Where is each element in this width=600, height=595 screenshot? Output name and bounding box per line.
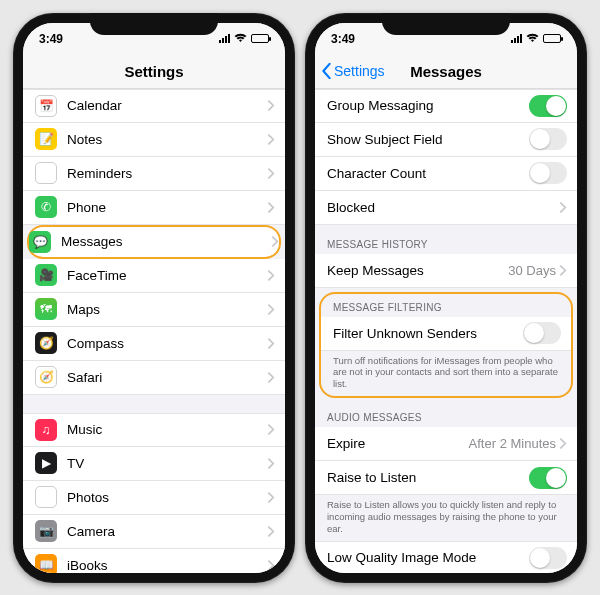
settings-row-facetime[interactable]: 🎥FaceTime bbox=[23, 259, 285, 293]
chevron-right-icon bbox=[560, 265, 567, 276]
row-expire[interactable]: Expire After 2 Minutes bbox=[315, 427, 577, 461]
label: Show Subject Field bbox=[327, 132, 529, 147]
chevron-right-icon bbox=[268, 492, 275, 503]
chevron-right-icon bbox=[268, 560, 275, 571]
messages-settings-list[interactable]: Group Messaging Show Subject Field Chara… bbox=[315, 89, 577, 573]
footer-filter-unknown: Turn off notifications for iMessages fro… bbox=[321, 351, 571, 397]
settings-row-maps[interactable]: 🗺Maps bbox=[23, 293, 285, 327]
label: Character Count bbox=[327, 166, 529, 181]
row-filter-unknown[interactable]: Filter Unknown Senders bbox=[321, 317, 571, 351]
messages-icon: 💬 bbox=[29, 231, 51, 253]
toggle-character-count[interactable] bbox=[529, 162, 567, 184]
notch bbox=[90, 13, 218, 35]
header-message-history: MESSAGE HISTORY bbox=[315, 225, 577, 254]
settings-row-label: FaceTime bbox=[67, 268, 268, 283]
screen-left: 3:49 Settings 📅Calendar📝Notes☑Reminders✆… bbox=[23, 23, 285, 573]
settings-row-compass[interactable]: 🧭Compass bbox=[23, 327, 285, 361]
notch bbox=[382, 13, 510, 35]
chevron-right-icon bbox=[268, 338, 275, 349]
row-keep-messages[interactable]: Keep Messages 30 Days bbox=[315, 254, 577, 288]
phone-frame-left: 3:49 Settings 📅Calendar📝Notes☑Reminders✆… bbox=[13, 13, 295, 583]
status-time: 3:49 bbox=[39, 32, 63, 46]
label: Raise to Listen bbox=[327, 470, 529, 485]
settings-row-label: Safari bbox=[67, 370, 268, 385]
chevron-right-icon bbox=[272, 236, 279, 247]
navbar-settings: Settings bbox=[23, 55, 285, 89]
reminders-icon: ☑ bbox=[35, 162, 57, 184]
page-title: Settings bbox=[124, 63, 183, 80]
chevron-right-icon bbox=[560, 438, 567, 449]
settings-row-label: Calendar bbox=[67, 98, 268, 113]
settings-row-reminders[interactable]: ☑Reminders bbox=[23, 157, 285, 191]
footer-raise-to-listen: Raise to Listen allows you to quickly li… bbox=[315, 495, 577, 541]
settings-row-calendar[interactable]: 📅Calendar bbox=[23, 89, 285, 123]
wifi-icon bbox=[234, 32, 247, 46]
settings-row-camera[interactable]: 📷Camera bbox=[23, 515, 285, 549]
row-blocked[interactable]: Blocked bbox=[315, 191, 577, 225]
settings-row-label: Photos bbox=[67, 490, 268, 505]
header-message-filtering: MESSAGE FILTERING bbox=[321, 294, 571, 317]
label: Group Messaging bbox=[327, 98, 529, 113]
back-label: Settings bbox=[334, 63, 385, 79]
settings-list[interactable]: 📅Calendar📝Notes☑Reminders✆Phone💬Messages… bbox=[23, 89, 285, 573]
label: Blocked bbox=[327, 200, 560, 215]
chevron-right-icon bbox=[268, 458, 275, 469]
battery-icon bbox=[251, 34, 269, 43]
value: After 2 Minutes bbox=[469, 436, 556, 451]
chevron-right-icon bbox=[268, 372, 275, 383]
chevron-right-icon bbox=[268, 424, 275, 435]
settings-row-label: Phone bbox=[67, 200, 268, 215]
back-button[interactable]: Settings bbox=[321, 55, 385, 88]
phone-icon: ✆ bbox=[35, 196, 57, 218]
settings-row-label: Compass bbox=[67, 336, 268, 351]
settings-row-label: Camera bbox=[67, 524, 268, 539]
settings-row-safari[interactable]: 🧭Safari bbox=[23, 361, 285, 395]
label: Expire bbox=[327, 436, 469, 451]
label: Low Quality Image Mode bbox=[327, 550, 529, 565]
row-character-count[interactable]: Character Count bbox=[315, 157, 577, 191]
settings-row-label: iBooks bbox=[67, 558, 268, 573]
chevron-right-icon bbox=[268, 304, 275, 315]
maps-icon: 🗺 bbox=[35, 298, 57, 320]
cell-signal-icon bbox=[219, 34, 230, 43]
highlight-filtering-section: MESSAGE FILTERING Filter Unknown Senders… bbox=[319, 292, 573, 399]
chevron-right-icon bbox=[560, 202, 567, 213]
settings-row-ibooks[interactable]: 📖iBooks bbox=[23, 549, 285, 573]
settings-row-photos[interactable]: ✿Photos bbox=[23, 481, 285, 515]
notes-icon: 📝 bbox=[35, 128, 57, 150]
settings-row-phone[interactable]: ✆Phone bbox=[23, 191, 285, 225]
tv-icon: ▶ bbox=[35, 452, 57, 474]
header-audio-messages: AUDIO MESSAGES bbox=[315, 398, 577, 427]
settings-row-label: Reminders bbox=[67, 166, 268, 181]
chevron-right-icon bbox=[268, 270, 275, 281]
settings-row-label: Music bbox=[67, 422, 268, 437]
row-group-messaging[interactable]: Group Messaging bbox=[315, 89, 577, 123]
settings-row-notes[interactable]: 📝Notes bbox=[23, 123, 285, 157]
toggle-group-messaging[interactable] bbox=[529, 95, 567, 117]
settings-row-messages[interactable]: 💬Messages bbox=[27, 225, 281, 259]
compass-icon: 🧭 bbox=[35, 332, 57, 354]
wifi-icon bbox=[526, 32, 539, 46]
toggle-subject-field[interactable] bbox=[529, 128, 567, 150]
chevron-right-icon bbox=[268, 168, 275, 179]
chevron-right-icon bbox=[268, 526, 275, 537]
calendar-icon: 📅 bbox=[35, 95, 57, 117]
settings-row-label: TV bbox=[67, 456, 268, 471]
toggle-filter-unknown[interactable] bbox=[523, 322, 561, 344]
chevron-right-icon bbox=[268, 202, 275, 213]
facetime-icon: 🎥 bbox=[35, 264, 57, 286]
row-subject-field[interactable]: Show Subject Field bbox=[315, 123, 577, 157]
chevron-right-icon bbox=[268, 134, 275, 145]
settings-row-label: Maps bbox=[67, 302, 268, 317]
settings-row-music[interactable]: ♫Music bbox=[23, 413, 285, 447]
settings-row-tv[interactable]: ▶TV bbox=[23, 447, 285, 481]
row-low-quality-image[interactable]: Low Quality Image Mode bbox=[315, 541, 577, 573]
status-time: 3:49 bbox=[331, 32, 355, 46]
screen-right: 3:49 Settings Messages Group Messaging bbox=[315, 23, 577, 573]
music-icon: ♫ bbox=[35, 419, 57, 441]
toggle-low-quality[interactable] bbox=[529, 547, 567, 569]
phone-frame-right: 3:49 Settings Messages Group Messaging bbox=[305, 13, 587, 583]
value: 30 Days bbox=[508, 263, 556, 278]
row-raise-to-listen[interactable]: Raise to Listen bbox=[315, 461, 577, 495]
toggle-raise-to-listen[interactable] bbox=[529, 467, 567, 489]
